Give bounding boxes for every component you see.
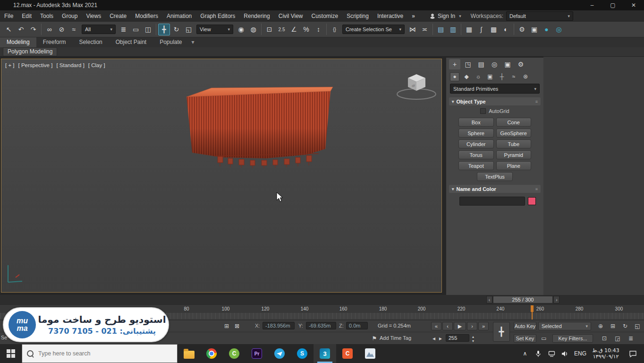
systems-category-icon[interactable]: ⊛ [521, 72, 530, 81]
menu-scripting[interactable]: Scripting [342, 10, 373, 22]
ribbon-config-dropdown-icon[interactable]: ▾ [189, 37, 197, 47]
spin-right-icon[interactable]: ▸ [437, 334, 444, 343]
y-coordinate-field[interactable]: -69.635m [306, 322, 336, 329]
taskbar-search[interactable] [22, 344, 178, 363]
ribbon-toggle-icon[interactable]: ▦ [463, 24, 475, 35]
clock[interactable]: 10:43 ق.ظ ١٣٩٩/٠٩/١٢ [590, 347, 621, 360]
time-slider-track[interactable]: ‹ 255 / 300 › [0, 295, 644, 304]
pan-icon[interactable]: ⊞ [608, 322, 618, 330]
sphere-button[interactable]: Sphere [458, 129, 494, 138]
ribbon-subtab-polygon-modeling[interactable]: Polygon Modeling [3, 47, 57, 56]
menu-views[interactable]: Views [82, 10, 105, 22]
render-production-icon[interactable]: ● [541, 24, 552, 35]
material-editor-icon[interactable]: ◐ [500, 24, 512, 35]
select-object-icon[interactable]: ↖ [3, 24, 15, 35]
menu-rendering[interactable]: Rendering [239, 10, 274, 22]
window-crossing-icon[interactable]: ◫ [142, 24, 154, 35]
previous-frame-button[interactable]: ‹ [486, 296, 492, 303]
menu-interactive[interactable]: Interactive [373, 10, 407, 22]
select-and-link-icon[interactable]: ∞ [43, 24, 55, 35]
current-frame-marker[interactable] [531, 305, 534, 312]
curve-editor-icon[interactable]: ∫ [475, 24, 487, 35]
ribbon-tab-populate[interactable]: Populate [153, 37, 188, 47]
menu-create[interactable]: Create [105, 10, 131, 22]
ribbon-tab-freeform[interactable]: Freeform [36, 37, 73, 47]
create-selection-set-dropdown[interactable]: Create Selection Se▾ [342, 25, 405, 34]
helpers-category-icon[interactable]: ┼ [497, 72, 507, 81]
menu-file[interactable]: File [0, 10, 17, 22]
pyramid-button[interactable]: Pyramid [496, 150, 532, 159]
action-center-icon[interactable] [623, 344, 642, 363]
viewport-menu-pov[interactable]: [ Perspective ] [18, 62, 53, 68]
align-icon[interactable]: ≍ [419, 24, 431, 35]
viewcube[interactable]: df [397, 74, 436, 99]
box-button[interactable]: Box [458, 118, 494, 127]
percent-snap-icon[interactable]: % [300, 24, 312, 35]
object-color-swatch[interactable] [528, 197, 536, 205]
taskbar-skype[interactable]: S [291, 344, 314, 363]
taskbar-file-explorer[interactable] [178, 344, 200, 363]
next-frame-button[interactable]: › [467, 322, 477, 330]
space-warps-category-icon[interactable]: ≈ [509, 72, 518, 81]
taskbar-orange-app[interactable]: C [336, 344, 359, 363]
schematic-view-icon[interactable]: ▩ [488, 24, 500, 35]
auto-key-button[interactable]: Auto Key [514, 322, 536, 330]
select-and-move-icon[interactable]: ╋ [158, 24, 170, 35]
key-filters-button[interactable]: Key Filters... [552, 334, 593, 343]
ribbon-tab-selection[interactable]: Selection [72, 37, 109, 47]
textplus-button[interactable]: TextPlus [477, 172, 513, 181]
selection-filter-dropdown[interactable]: All▾ [82, 25, 116, 34]
taskbar-chrome[interactable] [200, 344, 223, 363]
taskbar-telegram[interactable] [268, 344, 291, 363]
named-selection-sets-icon[interactable]: {} [329, 24, 340, 35]
name-color-rollout-header[interactable]: ▾ Name and Color ≡ [449, 185, 541, 193]
microphone-icon[interactable] [533, 344, 544, 363]
viewport-menu-shading[interactable]: [ Clay ] [88, 62, 105, 68]
rendered-frame-window-icon[interactable]: ▣ [528, 24, 540, 35]
taskbar-photos[interactable] [359, 344, 381, 363]
rectangular-selection-icon[interactable]: ▭ [130, 24, 142, 35]
spin-left-icon[interactable]: ◂ [431, 334, 437, 343]
geometry-category-icon[interactable]: ● [450, 72, 459, 81]
zoom-icon[interactable]: ⊕ [596, 322, 605, 330]
current-frame-spinner[interactable]: 255 [446, 334, 469, 342]
x-coordinate-field[interactable]: -183.956m [263, 322, 295, 329]
close-button[interactable]: ✕ [623, 0, 644, 10]
play-button[interactable]: ▶ [454, 322, 466, 330]
menu-tools[interactable]: Tools [36, 10, 58, 22]
absolute-mode-icon[interactable]: ⊞ [222, 322, 231, 330]
z-coordinate-field[interactable]: 0.0m [346, 322, 368, 329]
set-keys-mode-button[interactable]: ╋ [493, 322, 510, 342]
render-setup-icon[interactable]: ⚙ [516, 24, 528, 35]
perspective-viewport[interactable]: [ + ] [ Perspective ] [ Standard ] [ Cla… [1, 59, 442, 293]
menu-customize[interactable]: Customize [307, 10, 343, 22]
select-and-rotate-icon[interactable]: ↻ [170, 24, 182, 35]
bind-to-space-warp-icon[interactable]: ≈ [68, 24, 80, 35]
select-and-scale-icon[interactable]: ◱ [183, 24, 195, 35]
language-indicator[interactable]: ENG [572, 350, 588, 357]
keyboard-shortcut-icon[interactable]: ▭ [539, 334, 549, 343]
maximize-button[interactable]: ▢ [602, 0, 623, 10]
spinner-snap-icon[interactable]: ↕ [313, 24, 324, 35]
maximize-viewport-icon[interactable]: ◱ [633, 322, 642, 330]
undo-icon[interactable]: ↶ [15, 24, 27, 35]
menu-overflow-icon[interactable]: » [407, 10, 419, 22]
pan-mode-icon[interactable]: ◲ [613, 334, 622, 343]
plane-button[interactable]: Plane [496, 161, 532, 170]
isolate-selection-icon[interactable]: ⊡ [600, 334, 609, 343]
modify-tab-icon[interactable]: ◳ [462, 59, 474, 69]
add-time-tag-label[interactable]: Add Time Tag [380, 335, 411, 341]
cameras-category-icon[interactable]: ▣ [485, 72, 495, 81]
hierarchy-tab-icon[interactable]: ▤ [475, 59, 487, 69]
selection-set-dropdown[interactable]: Selected ▾ [538, 322, 591, 330]
table-object[interactable] [186, 87, 333, 168]
previous-frame-button[interactable]: ‹ [442, 322, 453, 330]
cylinder-button[interactable]: Cylinder [458, 139, 494, 148]
redo-icon[interactable]: ↷ [27, 24, 39, 35]
menu-group[interactable]: Group [58, 10, 82, 22]
autogrid-checkbox[interactable] [480, 108, 486, 114]
menu-animation[interactable]: Animation [162, 10, 196, 22]
next-frame-button[interactable]: › [553, 296, 559, 303]
motion-tab-icon[interactable]: ◎ [489, 59, 500, 69]
taskbar-3dsmax[interactable]: 3 [314, 344, 336, 363]
